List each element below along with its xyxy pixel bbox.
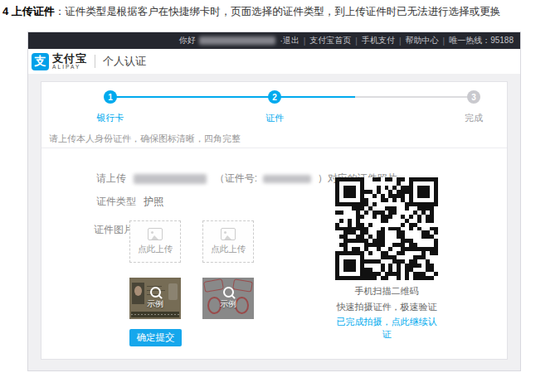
divider: | <box>399 36 402 46</box>
brand-name-en: ALIPAY <box>52 65 87 70</box>
step-progress <box>110 96 355 98</box>
qr-section: 手机扫描二维码 快速拍摄证件，极速验证 已完成拍摄，点此继续认证 <box>334 177 439 341</box>
submit-button[interactable]: 确定提交 <box>129 329 182 346</box>
alipay-logo-glyph: 支 <box>35 54 46 69</box>
sample-overlay: 示例 <box>129 278 181 319</box>
divider <box>41 148 507 148</box>
step-2-label: 证件 <box>250 112 299 124</box>
upload-prefix-text: 请上传 <box>96 172 126 184</box>
magnifier-icon <box>223 287 234 298</box>
upload-box-text: 点此上传 <box>211 244 246 255</box>
qr-caption-line2: 快速拍摄证件，极速验证 <box>334 301 439 313</box>
certificate-type-label: 证件类型 <box>96 196 136 207</box>
divider <box>95 55 95 68</box>
sample-label: 示例 <box>147 298 163 310</box>
divider: | <box>304 36 306 46</box>
step-1-number: 1 <box>108 93 113 102</box>
help-center-link[interactable]: 帮助中心 <box>406 35 439 46</box>
upload-box-text: 点此上传 <box>138 244 173 255</box>
hotline-text: 唯一热线：95188 <box>449 35 514 46</box>
qr-caption-line1: 手机扫描二维码 <box>334 285 439 298</box>
step-3-circle: 3 <box>467 90 480 104</box>
magnifier-icon <box>150 287 161 298</box>
qr-code <box>335 177 438 280</box>
certificate-type-value: 护照 <box>144 196 163 207</box>
image-upload-icon <box>148 228 163 240</box>
sample-passport-stamp-page[interactable]: 示例 <box>202 278 254 319</box>
blurred-id-number <box>263 175 311 183</box>
content-area: 1 2 3 银行卡 证件 完成 请上传本人身份证件，确保图标清晰，四角完整 请上… <box>28 74 520 370</box>
alipay-wordmark: 支付宝 ALIPAY <box>52 53 87 70</box>
alipay-home-link[interactable]: 支付宝首页 <box>309 35 351 46</box>
sample-label: 示例 <box>220 298 236 310</box>
verification-card: 1 2 3 银行卡 证件 完成 请上传本人身份证件，确保图标清晰，四角完整 请上… <box>41 81 508 360</box>
greeting-text: 你好 <box>178 35 195 46</box>
upload-instruction-text: 请上传本人身份证件，确保图标清晰，四角完整 <box>49 133 241 145</box>
step-1-circle: 1 <box>104 90 117 104</box>
step-2-number: 2 <box>272 93 277 102</box>
alipay-logo-icon[interactable]: 支 <box>32 53 49 70</box>
step-3-number: 3 <box>471 93 476 102</box>
intro-description: ：证件类型是根据客户在快捷绑卡时，页面选择的证件类型，到上传证件时已无法进行选择… <box>55 6 501 17</box>
logout-link[interactable]: 退出 <box>283 35 299 46</box>
upload-box-back[interactable]: 点此上传 <box>202 220 254 263</box>
upload-box-front[interactable]: 点此上传 <box>129 220 181 263</box>
step-3-label: 完成 <box>449 112 499 124</box>
step-2-circle: 2 <box>268 90 281 104</box>
blurred-username <box>199 36 275 45</box>
logo-bar: 支 支付宝 ALIPAY 个人认证 <box>28 49 520 74</box>
mobile-pay-link[interactable]: 手机支付 <box>362 35 395 46</box>
divider: | <box>443 36 446 46</box>
sample-passport-info-page[interactable]: 示例 <box>129 278 181 319</box>
brand-name-cn: 支付宝 <box>52 53 87 64</box>
certificate-images-label: 证件图片 <box>94 223 134 237</box>
blurred-holder-name <box>134 174 207 184</box>
step-1-label: 银行卡 <box>85 112 135 124</box>
intro-text: 4 上传证件：证件类型是根据客户在快捷绑卡时，页面选择的证件类型，到上传证件时已… <box>2 4 500 19</box>
page-title: 个人认证 <box>103 54 146 69</box>
sample-overlay: 示例 <box>202 278 254 319</box>
image-upload-icon <box>221 228 236 240</box>
certificate-type-row: 证件类型 护照 <box>96 195 163 209</box>
id-number-label: （证件号: <box>215 172 257 184</box>
alipay-window: 你好 · 退出 | 支付宝首页 | 手机支付 | 帮助中心 | 唯一热线：951… <box>27 31 521 371</box>
intro-step-number: 4 上传证件 <box>2 5 55 17</box>
qr-continue-link[interactable]: 已完成拍摄，点此继续认证 <box>334 316 439 341</box>
divider: | <box>355 36 358 46</box>
top-utility-bar: 你好 · 退出 | 支付宝首页 | 手机支付 | 帮助中心 | 唯一热线：951… <box>28 32 520 49</box>
